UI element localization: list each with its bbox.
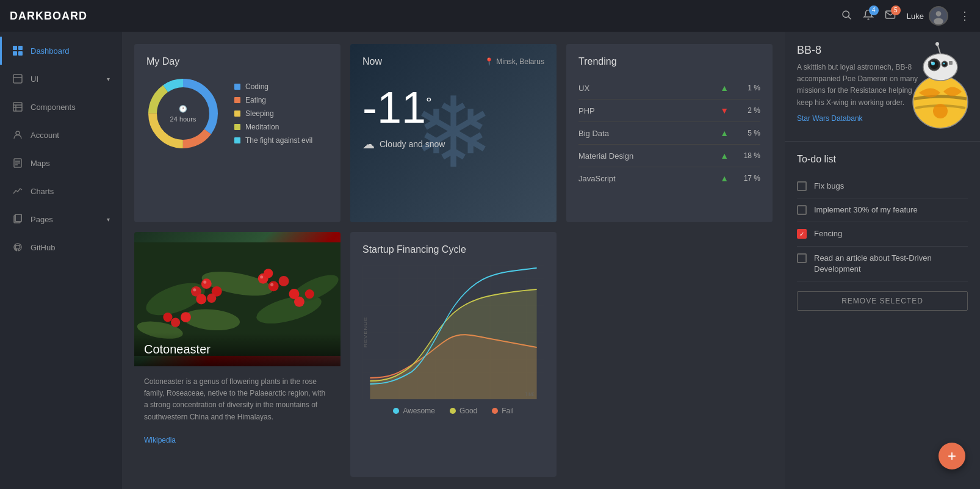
svg-point-44 [279, 276, 289, 286]
sidebar-item-pages[interactable]: Pages ▾ [0, 205, 122, 233]
sidebar-item-account[interactable]: Account [0, 121, 122, 149]
svg-line-1 [848, 16, 851, 19]
todo-checkbox-fencing[interactable] [797, 229, 807, 239]
chart-area: REVENUE TIME [362, 265, 544, 399]
mail-badge: 5 [891, 5, 901, 15]
notifications-button[interactable]: 4 [863, 9, 874, 23]
now-condition: ☁ Cloudy and snow [362, 137, 544, 151]
sidebar-label-github: GitHub [31, 243, 55, 252]
eating-dot [234, 97, 240, 103]
trending-name-js: JavaScript [578, 174, 713, 183]
sidebar-label-pages: Pages [31, 215, 53, 224]
trending-pct-js: 17 % [736, 174, 760, 183]
mail-button[interactable]: 5 [885, 9, 896, 23]
svg-point-67 [931, 62, 933, 63]
pages-icon [12, 214, 23, 225]
trending-pct-ux: 1 % [736, 84, 760, 92]
sleeping-dot [234, 110, 240, 117]
good-label: Good [459, 407, 477, 415]
sidebar-item-charts[interactable]: Charts [0, 177, 122, 205]
trending-arrow-php: ▼ [720, 106, 729, 115]
trending-name-bigdata: Big Data [578, 129, 713, 138]
todo-label-fencing: Fencing [814, 228, 842, 239]
svg-point-0 [843, 11, 849, 18]
bb8-section: BB-8 A skittish but loyal astromech, BB-… [785, 32, 980, 142]
fight-label: The fight against evil [245, 136, 312, 145]
now-temp-row: -11° [362, 85, 544, 129]
account-icon [12, 129, 23, 140]
svg-point-72 [935, 42, 939, 46]
notifications-badge: 4 [869, 5, 879, 15]
sidebar-item-maps[interactable]: Maps [0, 149, 122, 177]
main-grid: My Day [122, 32, 785, 489]
trending-name-materialdesign: Material Design [578, 151, 713, 161]
topbar: DARKBOARD 4 5 Luke [0, 0, 980, 32]
svg-rect-63 [949, 61, 953, 65]
good-dot [450, 408, 456, 414]
bb8-databank-link[interactable]: Star Wars Databank [797, 114, 863, 123]
svg-point-58 [913, 76, 968, 128]
sidebar-item-ui[interactable]: UI ▾ [0, 65, 122, 93]
coding-dot [234, 84, 240, 90]
add-todo-button[interactable]: + [939, 443, 965, 469]
awesome-label: Awesome [403, 407, 434, 415]
main-layout: Dashboard UI ▾ Components [0, 32, 980, 489]
app-logo: DARKBOARD [10, 10, 132, 23]
now-temperature: -11° [362, 85, 432, 129]
now-location: 📍 Minsk, Belarus [485, 57, 544, 66]
svg-point-15 [16, 131, 20, 135]
maps-icon [12, 158, 23, 168]
chart-card: Startup Financing Cycle [350, 232, 557, 477]
donut-chart: 🕐 24 hours [146, 77, 220, 150]
trending-arrow-ux: ▲ [720, 83, 729, 93]
todo-item-fencing: Fencing [797, 222, 968, 246]
trending-pct-bigdata: 5 % [736, 129, 760, 137]
cloud-icon: ☁ [362, 137, 375, 151]
dashboard-icon [12, 45, 23, 56]
todo-item-fixbugs: Fix bugs [797, 175, 968, 198]
remove-selected-button[interactable]: REMOVE SELECTED [797, 291, 968, 311]
myday-title: My Day [146, 56, 328, 67]
sidebar-item-github[interactable]: GitHub [0, 233, 122, 261]
svg-point-49 [181, 312, 191, 322]
sidebar-item-dashboard[interactable]: Dashboard [0, 37, 122, 65]
bb8-description: A skittish but loyal astromech, BB-8 acc… [797, 62, 919, 109]
trending-row-bigdata: Big Data ▲ 5 % [578, 122, 760, 145]
chart-legend-fail: Fail [492, 407, 513, 415]
plant-wikipedia-link[interactable]: Wikipedia [144, 436, 176, 444]
svg-text:TIME: TIME [525, 391, 535, 398]
plant-description: Cotoneaster is a genus of flowering plan… [134, 366, 340, 456]
todo-list: Fix bugs Implement 30% of my feature Fen… [797, 175, 968, 281]
myday-card: My Day [134, 44, 340, 222]
right-panel: BB-8 A skittish but loyal astromech, BB-… [785, 32, 980, 489]
trending-list: UX ▲ 1 % PHP ▼ 2 % Big Data ▲ 5 % [578, 77, 760, 189]
todo-checkbox-fixbugs[interactable] [797, 181, 807, 191]
sidebar-label-charts: Charts [31, 187, 54, 196]
myday-content: 🕐 24 hours Coding Eating [146, 77, 328, 150]
trending-name-ux: UX [578, 84, 713, 93]
trending-row-ux: UX ▲ 1 % [578, 77, 760, 100]
sidebar-label-account: Account [31, 131, 59, 140]
sidebar-item-components[interactable]: Components [0, 93, 122, 121]
user-avatar [929, 6, 948, 26]
location-text: Minsk, Belarus [496, 57, 544, 66]
topbar-actions: 4 5 Luke ⋮ [841, 6, 970, 26]
todo-label-implement: Implement 30% of my feature [814, 205, 918, 216]
todo-checkbox-tdd[interactable] [797, 253, 807, 263]
svg-rect-5 [13, 46, 17, 50]
sidebar-label-components: Components [31, 103, 76, 112]
ui-icon [12, 73, 23, 84]
svg-point-52 [203, 281, 206, 284]
trending-title: Trending [578, 56, 760, 67]
donut-clock-icon: 🕐 [170, 105, 196, 113]
user-menu[interactable]: Luke [907, 6, 948, 26]
trending-card: Trending UX ▲ 1 % PHP ▼ 2 % Big Data ▲ [566, 44, 773, 222]
components-icon [12, 101, 23, 112]
topbar-overflow-menu[interactable]: ⋮ [959, 9, 970, 23]
now-card: ❄ Now 📍 Minsk, Belarus -11° [350, 44, 557, 222]
chart-svg: REVENUE TIME [362, 265, 544, 399]
search-button[interactable] [841, 9, 852, 23]
svg-point-70 [943, 63, 945, 65]
chart-legend: Awesome Good Fail [362, 407, 544, 415]
todo-checkbox-implement[interactable] [797, 205, 807, 215]
